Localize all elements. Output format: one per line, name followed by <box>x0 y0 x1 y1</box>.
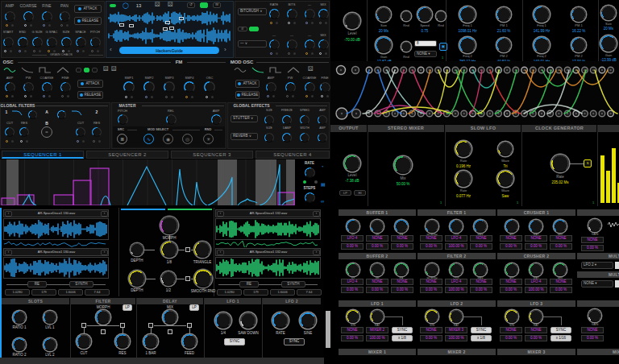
prev-sample-icon[interactable]: ‹ <box>110 47 112 53</box>
clock-sync-node[interactable]: S <box>584 159 592 168</box>
mod-amount-value[interactable]: 0.00 % <box>470 287 492 293</box>
filter-1-cut-knob[interactable] <box>450 220 463 233</box>
mod-amount-value[interactable]: 0.00 % <box>550 243 572 250</box>
mod-node[interactable] <box>185 247 190 252</box>
mod-dot[interactable] <box>66 24 69 27</box>
output-level-knob[interactable] <box>344 155 360 172</box>
sample-prev-button[interactable]: ‹ <box>217 211 224 217</box>
effect1-freeze-knob[interactable] <box>282 115 292 125</box>
sample-name-pill[interactable]: HackersGuide <box>119 47 219 54</box>
mod-source-select[interactable]: LFO 4 <box>525 279 547 285</box>
mod-source-select[interactable]: NONE <box>550 235 572 242</box>
mod-source-select[interactable]: NONE <box>391 279 413 285</box>
free-led-icon[interactable] <box>314 180 318 184</box>
wave-shape-sine-icon[interactable] <box>3 67 16 73</box>
osc-attack-button[interactable]: ATTACK <box>77 80 103 88</box>
right-col-gain2-knob[interactable] <box>588 309 601 322</box>
sample-next-button[interactable]: › <box>313 211 320 217</box>
sample-param-value[interactable]: 1.6006 <box>58 289 83 296</box>
mod-osc-release-button[interactable]: RELEASE <box>235 91 260 99</box>
mod-dot[interactable] <box>305 22 308 24</box>
delay-top-knob[interactable] <box>163 310 177 325</box>
lfo2-sync-button[interactable]: SYNC <box>284 338 305 345</box>
mod-amount-value[interactable]: 0.00 % <box>525 335 547 341</box>
lfo-2-ratio-chip[interactable]: x 1/8 <box>471 335 492 341</box>
mod-dot[interactable] <box>4 50 6 52</box>
tab-sequencer-2[interactable]: SEQUENCER 2 <box>86 151 168 159</box>
crusher-2-bit-knob[interactable] <box>505 263 518 276</box>
mod-osc-attack-button[interactable]: ATTACK <box>235 80 260 88</box>
gran-speed-knob[interactable] <box>418 7 432 22</box>
mod-amount-value[interactable]: 0.00 % <box>366 287 388 293</box>
lfo-2-rat-knob[interactable] <box>450 310 463 323</box>
mod-dot[interactable] <box>10 50 12 52</box>
grain-g-spac-knob[interactable] <box>47 37 57 48</box>
output-hi-chip[interactable]: HI <box>354 190 366 196</box>
mod-dot[interactable] <box>125 96 127 98</box>
osc-voice-toggle[interactable] <box>76 68 81 72</box>
edit-icon[interactable]: ▤ <box>321 182 326 187</box>
gran-edit-button[interactable]: ▣ <box>439 43 447 51</box>
fx-bypass-toggle[interactable]: ≋ <box>238 27 247 31</box>
master-pitch-knob[interactable] <box>118 114 128 125</box>
mod-dot[interactable] <box>288 22 290 24</box>
fm-smp4-knob[interactable] <box>184 81 195 93</box>
mod-dot[interactable] <box>151 96 153 98</box>
mod-dot[interactable] <box>305 95 308 97</box>
mod-dot[interactable] <box>43 95 45 97</box>
mod-dot[interactable] <box>321 95 323 97</box>
reload-icon[interactable]: ↺ <box>187 2 195 8</box>
oscb-freq1-knob[interactable] <box>534 6 550 23</box>
effect1-speed-knob[interactable] <box>300 115 310 125</box>
multiple2-input-select[interactable]: NONE ▾ <box>581 280 613 287</box>
grain-size-knob[interactable] <box>61 37 72 48</box>
sample-prev-button[interactable]: ‹ <box>5 211 12 217</box>
ratio-bottom-knob[interactable] <box>161 271 176 286</box>
mod-dot[interactable] <box>93 140 95 143</box>
mod-dot[interactable] <box>145 96 147 98</box>
edge-gain-knob[interactable] <box>600 35 617 52</box>
tab-sequencer-4[interactable]: SEQUENCER 4 <box>255 151 330 159</box>
slowlfo-wave-knob[interactable] <box>497 171 513 187</box>
filter-right-knob[interactable] <box>115 334 130 349</box>
mod-dot[interactable] <box>19 50 21 52</box>
fx2-knob[interactable] <box>305 39 315 50</box>
grain-coarse-knob[interactable] <box>23 11 34 22</box>
mod-dot[interactable] <box>11 95 14 97</box>
wave-shape-square-icon[interactable] <box>269 67 282 73</box>
mod-amount-value[interactable]: 100.00 % <box>366 335 388 341</box>
seq-steps-knob[interactable] <box>305 192 315 203</box>
osc-voice-toggle[interactable] <box>92 68 98 72</box>
sync-led-icon[interactable] <box>303 180 306 184</box>
mod-source-select[interactable]: MIXER 2 <box>366 327 388 333</box>
lfo-1-sin-knob[interactable] <box>347 310 359 323</box>
mod-dot[interactable] <box>171 96 173 98</box>
sample-prev-button[interactable]: ‹ <box>217 250 224 255</box>
sample-param-value[interactable]: 1.6006 <box>270 289 295 296</box>
effect1-amp-knob[interactable] <box>318 115 327 125</box>
gran-mode-select[interactable]: NONE ▾ <box>414 51 437 57</box>
mod-dot[interactable] <box>293 22 296 24</box>
fx-on-toggle[interactable] <box>249 27 259 31</box>
mod-dot[interactable] <box>267 95 269 97</box>
effect2-size-knob[interactable] <box>264 133 274 143</box>
mod-source-select[interactable]: NONE <box>581 237 604 243</box>
delay-left-knob[interactable] <box>143 334 158 349</box>
wave-shape-tri-icon[interactable] <box>56 67 69 73</box>
mod-amount-value[interactable]: 0.00 % <box>420 243 442 250</box>
fx2-knob[interactable] <box>287 39 297 50</box>
fm-smp1-knob[interactable] <box>123 81 135 93</box>
slots-ratio-1-knob[interactable] <box>13 311 26 324</box>
gran-rnd2-knob[interactable] <box>436 11 446 21</box>
mod-dot[interactable] <box>286 95 289 97</box>
edge-size-knob[interactable] <box>601 6 616 20</box>
mod-dot[interactable] <box>270 52 272 55</box>
loop-circle-icon[interactable]: ◯ <box>123 2 129 8</box>
oscb-pm2-knob[interactable] <box>571 38 586 52</box>
mod-amount-value[interactable]: 0.00 % <box>420 287 442 293</box>
mod-dot[interactable] <box>270 22 272 24</box>
filter-1-res-knob[interactable] <box>474 220 487 233</box>
crusher-2-rat-knob[interactable] <box>530 263 542 276</box>
sample-next-button[interactable]: › <box>101 250 108 255</box>
filter-1-morph-knob[interactable] <box>426 220 438 233</box>
